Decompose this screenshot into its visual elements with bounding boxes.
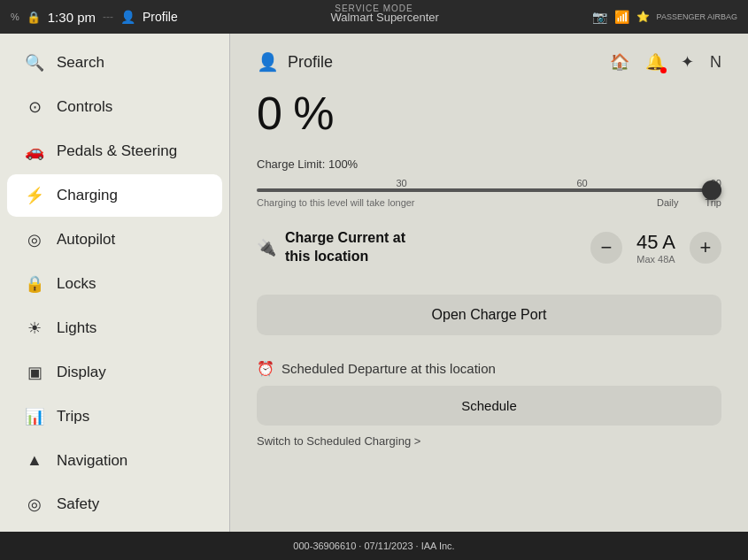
signal-icon: 📶	[614, 10, 629, 24]
bottom-bar-text: 000-36906610 · 07/11/2023 · IAA Inc.	[293, 541, 454, 551]
increase-current-button[interactable]: +	[690, 232, 721, 264]
charge-current-label: Charge Current atthis location	[285, 229, 405, 266]
open-charge-port-button[interactable]: Open Charge Port	[257, 295, 721, 335]
profile-label-content: Profile	[288, 53, 333, 72]
sidebar-label-controls: Controls	[57, 98, 112, 116]
scheduled-departure-section: ⏰ Scheduled Departure at this location S…	[257, 360, 721, 448]
charge-current-value: 45 A Max 48A	[636, 231, 675, 265]
content-area: 👤 Profile 🏠 🔔 ✦ N 0 % Charge Limit: 100	[230, 34, 748, 532]
screen-frame: SERVICE MODE % 🔒 1:30 pm --- 👤 Profile W…	[0, 0, 748, 560]
sidebar-label-search: Search	[57, 54, 104, 72]
clock-icon: ⏰	[257, 360, 274, 377]
autopilot-icon: ◎	[25, 230, 44, 249]
time-display: 1:30 pm	[48, 10, 96, 25]
status-bar: SERVICE MODE % 🔒 1:30 pm --- 👤 Profile W…	[0, 0, 748, 34]
sidebar-label-autopilot: Autopilot	[57, 231, 115, 249]
sidebar-item-search[interactable]: 🔍 Search	[7, 42, 222, 84]
pedals-icon: 🚗	[25, 142, 44, 161]
schedule-button[interactable]: Schedule	[257, 386, 721, 426]
service-mode-label: SERVICE MODE	[335, 4, 413, 13]
sidebar-label-trips: Trips	[57, 408, 89, 426]
profile-icon-top: 👤	[120, 10, 135, 24]
scheduled-title: ⏰ Scheduled Departure at this location	[257, 360, 721, 377]
plug-icon: 🔌	[257, 238, 276, 257]
sidebar-item-display[interactable]: ▣ Display	[7, 351, 222, 394]
profile-icon-content: 👤	[257, 51, 279, 73]
decrease-current-button[interactable]: −	[590, 232, 622, 264]
sidebar-label-safety: Safety	[57, 495, 99, 513]
sidebar-label-display: Display	[57, 364, 106, 381]
sidebar-label-charging: Charging	[57, 187, 118, 204]
navigation-icon: ▲	[25, 451, 44, 470]
sidebar-item-navigation[interactable]: ▲ Navigation	[7, 440, 222, 481]
camera-icon: 📷	[592, 10, 607, 24]
lock-icon: 🔒	[27, 11, 41, 24]
lights-icon: ☀	[25, 318, 44, 338]
lock-sidebar-icon: 🔒	[25, 274, 44, 294]
marker-0: 30	[397, 178, 407, 188]
profile-label-top: Profile	[143, 10, 178, 24]
battery-icon: %	[11, 12, 19, 22]
switch-scheduled-link[interactable]: Switch to Scheduled Charging >	[257, 434, 721, 448]
main-area: 🔍 Search ⊙ Controls 🚗 Pedals & Steering …	[0, 34, 748, 532]
passenger-airbag-label: PASSENGER AIRBAG	[657, 12, 737, 22]
slider-warning-text: Charging to this level will take longer	[257, 197, 415, 208]
sidebar-item-lights[interactable]: ☀ Lights	[7, 307, 222, 349]
sidebar-item-controls[interactable]: ⊙ Controls	[7, 86, 222, 128]
charge-limit-section: Charge Limit: 100% 30 60 90 Charging to …	[257, 157, 721, 208]
notification-dot	[660, 67, 667, 73]
charge-limit-label: Charge Limit: 100%	[257, 157, 721, 171]
content-header: 👤 Profile 🏠 🔔 ✦ N	[257, 51, 721, 73]
sidebar-item-charging[interactable]: ⚡ Charging	[7, 174, 222, 217]
charge-current-row: 🔌 Charge Current atthis location − 45 A …	[257, 226, 721, 270]
amps-display: 45 A	[636, 231, 675, 254]
charge-current-left: 🔌 Charge Current atthis location	[257, 229, 405, 266]
sidebar-item-safety[interactable]: ◎ Safety	[7, 483, 222, 525]
sidebar-label-locks: Locks	[57, 275, 96, 293]
minus-icon: −	[601, 236, 613, 259]
sidebar: 🔍 Search ⊙ Controls 🚗 Pedals & Steering …	[0, 34, 230, 532]
sidebar-item-trips[interactable]: 📊 Trips	[7, 395, 222, 438]
sidebar-label-pedals: Pedals & Steering	[57, 142, 177, 160]
bottom-bar: 000-36906610 · 07/11/2023 · IAA Inc.	[0, 532, 748, 560]
charge-percentage: 0 %	[257, 87, 721, 140]
sidebar-item-locks[interactable]: 🔒 Locks	[7, 263, 222, 305]
charging-icon: ⚡	[25, 186, 44, 205]
separator: ---	[103, 11, 113, 23]
max-amps-label: Max 48A	[636, 254, 675, 265]
sidebar-item-autopilot[interactable]: ◎ Autopilot	[7, 219, 222, 261]
trips-icon: 📊	[25, 407, 44, 426]
marker-1: 60	[576, 178, 587, 188]
bluetooth-icon[interactable]: ✦	[681, 52, 694, 72]
slider-track[interactable]	[257, 188, 721, 192]
scheduled-departure-label: Scheduled Departure at this location	[281, 361, 496, 376]
search-icon: 🔍	[25, 53, 44, 73]
slider-fill	[257, 188, 721, 192]
charge-current-right: − 45 A Max 48A +	[590, 231, 721, 265]
safety-icon: ◎	[25, 495, 44, 514]
slider-thumb[interactable]	[702, 180, 721, 200]
star-icon: ⭐	[636, 11, 650, 23]
slider-warning-row: Charging to this level will take longer …	[257, 197, 721, 208]
display-icon: ▣	[25, 363, 44, 382]
charge-slider-container: 30 60 90	[257, 178, 721, 192]
daily-label[interactable]: Daily	[657, 197, 678, 208]
network-icon[interactable]: N	[710, 53, 721, 72]
sidebar-label-navigation: Navigation	[57, 452, 127, 470]
home-icon[interactable]: 🏠	[610, 52, 629, 72]
sidebar-item-pedals[interactable]: 🚗 Pedals & Steering	[7, 130, 222, 173]
bell-wrapper: 🔔	[645, 52, 665, 72]
slider-markers: 30 60 90	[257, 178, 721, 188]
plus-icon: +	[700, 236, 712, 259]
controls-icon: ⊙	[25, 97, 44, 117]
sidebar-label-lights: Lights	[57, 319, 96, 337]
